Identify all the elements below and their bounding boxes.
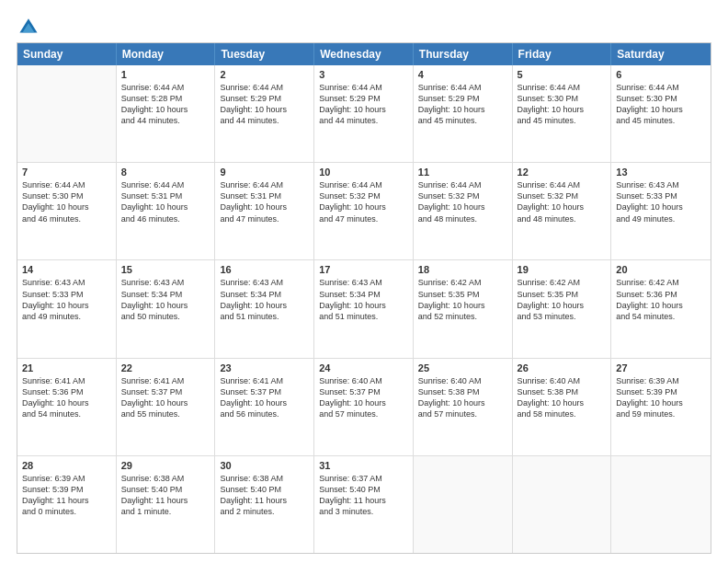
day-number: 21 — [22, 362, 111, 373]
day-number: 10 — [319, 167, 408, 178]
day-cell-24: 24Sunrise: 6:40 AM Sunset: 5:37 PM Dayli… — [314, 359, 414, 455]
day-cell-12: 12Sunrise: 6:44 AM Sunset: 5:32 PM Dayli… — [513, 163, 612, 259]
day-info: Sunrise: 6:42 AM Sunset: 5:36 PM Dayligh… — [616, 277, 706, 322]
day-cell-1: 1Sunrise: 6:44 AM Sunset: 5:28 PM Daylig… — [117, 65, 216, 162]
day-cell-26: 26Sunrise: 6:40 AM Sunset: 5:38 PM Dayli… — [513, 359, 612, 455]
calendar-row-2: 14Sunrise: 6:43 AM Sunset: 5:33 PM Dayli… — [17, 260, 711, 358]
day-cell-9: 9Sunrise: 6:44 AM Sunset: 5:31 PM Daylig… — [215, 163, 314, 259]
day-cell-13: 13Sunrise: 6:43 AM Sunset: 5:33 PM Dayli… — [611, 163, 711, 259]
day-info: Sunrise: 6:44 AM Sunset: 5:31 PM Dayligh… — [121, 179, 210, 224]
header-cell-thursday: Thursday — [414, 43, 513, 65]
day-number: 22 — [121, 362, 210, 373]
calendar-row-0: 1Sunrise: 6:44 AM Sunset: 5:28 PM Daylig… — [17, 65, 711, 163]
day-info: Sunrise: 6:40 AM Sunset: 5:38 PM Dayligh… — [518, 375, 607, 420]
day-cell-27: 27Sunrise: 6:39 AM Sunset: 5:39 PM Dayli… — [611, 359, 711, 455]
day-info: Sunrise: 6:43 AM Sunset: 5:33 PM Dayligh… — [616, 179, 706, 224]
header-cell-tuesday: Tuesday — [215, 43, 314, 65]
logo — [17, 17, 39, 33]
day-number: 12 — [518, 167, 607, 178]
day-info: Sunrise: 6:44 AM Sunset: 5:30 PM Dayligh… — [518, 82, 607, 127]
day-number: 6 — [616, 69, 706, 80]
day-cell-29: 29Sunrise: 6:38 AM Sunset: 5:40 PM Dayli… — [117, 456, 216, 553]
header-cell-wednesday: Wednesday — [314, 43, 414, 65]
day-number: 11 — [418, 167, 507, 178]
day-number: 26 — [518, 362, 607, 373]
day-number: 31 — [319, 460, 408, 471]
day-cell-19: 19Sunrise: 6:42 AM Sunset: 5:35 PM Dayli… — [513, 260, 612, 357]
day-cell-15: 15Sunrise: 6:43 AM Sunset: 5:34 PM Dayli… — [117, 260, 216, 357]
day-info: Sunrise: 6:44 AM Sunset: 5:30 PM Dayligh… — [616, 82, 706, 127]
day-number: 25 — [418, 362, 507, 373]
day-number: 23 — [220, 362, 309, 373]
day-cell-16: 16Sunrise: 6:43 AM Sunset: 5:34 PM Dayli… — [215, 260, 314, 357]
day-info: Sunrise: 6:44 AM Sunset: 5:32 PM Dayligh… — [518, 179, 607, 224]
calendar-header: SundayMondayTuesdayWednesdayThursdayFrid… — [17, 43, 711, 65]
day-info: Sunrise: 6:43 AM Sunset: 5:33 PM Dayligh… — [22, 277, 111, 322]
header-cell-saturday: Saturday — [611, 43, 711, 65]
calendar-row-4: 28Sunrise: 6:39 AM Sunset: 5:39 PM Dayli… — [17, 456, 711, 553]
calendar-row-3: 21Sunrise: 6:41 AM Sunset: 5:36 PM Dayli… — [17, 359, 711, 456]
day-number: 17 — [319, 264, 408, 275]
header-cell-monday: Monday — [117, 43, 216, 65]
day-info: Sunrise: 6:44 AM Sunset: 5:32 PM Dayligh… — [319, 179, 408, 224]
day-info: Sunrise: 6:43 AM Sunset: 5:34 PM Dayligh… — [319, 277, 408, 322]
day-cell-30: 30Sunrise: 6:38 AM Sunset: 5:40 PM Dayli… — [215, 456, 314, 553]
day-info: Sunrise: 6:44 AM Sunset: 5:30 PM Dayligh… — [22, 179, 111, 224]
day-info: Sunrise: 6:44 AM Sunset: 5:32 PM Dayligh… — [418, 179, 507, 224]
day-info: Sunrise: 6:44 AM Sunset: 5:31 PM Dayligh… — [220, 179, 309, 224]
day-number: 4 — [418, 69, 507, 80]
day-cell-25: 25Sunrise: 6:40 AM Sunset: 5:38 PM Dayli… — [414, 359, 513, 455]
day-info: Sunrise: 6:38 AM Sunset: 5:40 PM Dayligh… — [121, 473, 210, 518]
empty-cell-0-0 — [17, 65, 117, 162]
day-number: 9 — [220, 167, 309, 178]
day-info: Sunrise: 6:38 AM Sunset: 5:40 PM Dayligh… — [220, 473, 309, 518]
day-cell-3: 3Sunrise: 6:44 AM Sunset: 5:29 PM Daylig… — [314, 65, 414, 162]
day-number: 30 — [220, 460, 309, 471]
empty-cell-4-6 — [611, 456, 711, 553]
day-cell-17: 17Sunrise: 6:43 AM Sunset: 5:34 PM Dayli… — [314, 260, 414, 357]
day-cell-6: 6Sunrise: 6:44 AM Sunset: 5:30 PM Daylig… — [611, 65, 711, 162]
day-cell-14: 14Sunrise: 6:43 AM Sunset: 5:33 PM Dayli… — [17, 260, 117, 357]
logo-icon — [18, 17, 39, 37]
day-cell-20: 20Sunrise: 6:42 AM Sunset: 5:36 PM Dayli… — [611, 260, 711, 357]
header-cell-sunday: Sunday — [17, 43, 117, 65]
day-number: 1 — [121, 69, 210, 80]
day-number: 19 — [518, 264, 607, 275]
header-cell-friday: Friday — [513, 43, 612, 65]
day-number: 7 — [22, 167, 111, 178]
day-cell-18: 18Sunrise: 6:42 AM Sunset: 5:35 PM Dayli… — [414, 260, 513, 357]
day-cell-2: 2Sunrise: 6:44 AM Sunset: 5:29 PM Daylig… — [215, 65, 314, 162]
day-cell-4: 4Sunrise: 6:44 AM Sunset: 5:29 PM Daylig… — [414, 65, 513, 162]
day-number: 18 — [418, 264, 507, 275]
day-number: 24 — [319, 362, 408, 373]
day-info: Sunrise: 6:40 AM Sunset: 5:37 PM Dayligh… — [319, 375, 408, 420]
day-cell-5: 5Sunrise: 6:44 AM Sunset: 5:30 PM Daylig… — [513, 65, 612, 162]
calendar-body: 1Sunrise: 6:44 AM Sunset: 5:28 PM Daylig… — [17, 65, 711, 553]
day-number: 2 — [220, 69, 309, 80]
day-info: Sunrise: 6:41 AM Sunset: 5:37 PM Dayligh… — [121, 375, 210, 420]
day-number: 29 — [121, 460, 210, 471]
day-cell-23: 23Sunrise: 6:41 AM Sunset: 5:37 PM Dayli… — [215, 359, 314, 455]
day-info: Sunrise: 6:42 AM Sunset: 5:35 PM Dayligh… — [418, 277, 507, 322]
day-number: 5 — [518, 69, 607, 80]
day-info: Sunrise: 6:41 AM Sunset: 5:36 PM Dayligh… — [22, 375, 111, 420]
day-info: Sunrise: 6:43 AM Sunset: 5:34 PM Dayligh… — [121, 277, 210, 322]
empty-cell-4-4 — [414, 456, 513, 553]
day-cell-21: 21Sunrise: 6:41 AM Sunset: 5:36 PM Dayli… — [17, 359, 117, 455]
day-info: Sunrise: 6:43 AM Sunset: 5:34 PM Dayligh… — [220, 277, 309, 322]
day-number: 15 — [121, 264, 210, 275]
day-info: Sunrise: 6:40 AM Sunset: 5:38 PM Dayligh… — [418, 375, 507, 420]
day-number: 20 — [616, 264, 706, 275]
day-cell-31: 31Sunrise: 6:37 AM Sunset: 5:40 PM Dayli… — [314, 456, 414, 553]
calendar-row-1: 7Sunrise: 6:44 AM Sunset: 5:30 PM Daylig… — [17, 163, 711, 260]
day-number: 14 — [22, 264, 111, 275]
day-info: Sunrise: 6:39 AM Sunset: 5:39 PM Dayligh… — [22, 473, 111, 518]
day-cell-7: 7Sunrise: 6:44 AM Sunset: 5:30 PM Daylig… — [17, 163, 117, 259]
day-info: Sunrise: 6:44 AM Sunset: 5:29 PM Dayligh… — [220, 82, 309, 127]
day-cell-8: 8Sunrise: 6:44 AM Sunset: 5:31 PM Daylig… — [117, 163, 216, 259]
day-number: 3 — [319, 69, 408, 80]
day-cell-22: 22Sunrise: 6:41 AM Sunset: 5:37 PM Dayli… — [117, 359, 216, 455]
day-cell-11: 11Sunrise: 6:44 AM Sunset: 5:32 PM Dayli… — [414, 163, 513, 259]
calendar: SundayMondayTuesdayWednesdayThursdayFrid… — [17, 42, 711, 554]
empty-cell-4-5 — [513, 456, 612, 553]
